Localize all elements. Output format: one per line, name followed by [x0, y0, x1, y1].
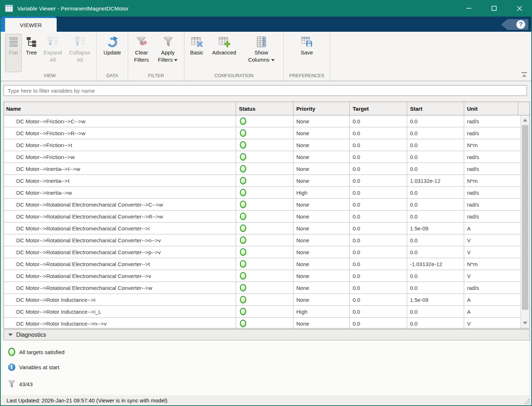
cell-start[interactable]: 0.0 [407, 151, 464, 163]
cell-status[interactable] [236, 187, 293, 198]
cell-start[interactable]: 0.0 [407, 199, 464, 210]
table-row[interactable]: DC Motor-->Rotational Electromechanical … [4, 211, 521, 222]
cell-status[interactable] [236, 199, 293, 210]
cell-priority[interactable]: None [293, 175, 350, 186]
cell-name[interactable]: DC Motor-->Rotational Electromechanical … [4, 222, 236, 234]
cell-target[interactable]: 0.0 [350, 294, 407, 305]
cell-start[interactable]: 1.5e-09 [407, 294, 464, 305]
cell-priority[interactable]: High [293, 306, 350, 317]
cell-unit[interactable]: A [464, 294, 521, 305]
cell-start[interactable]: 0.0 [407, 187, 464, 198]
cell-priority[interactable]: None [293, 211, 350, 222]
show-columns-button[interactable]: Show Columns [241, 34, 281, 72]
cell-status[interactable] [236, 318, 293, 328]
table-row[interactable]: DC Motor-->Rotational Electromechanical … [4, 234, 521, 246]
cell-name[interactable]: DC Motor-->Rotational Electromechanical … [4, 258, 236, 270]
cell-start[interactable]: 0.0 [407, 139, 464, 151]
cell-name[interactable]: DC Motor-->Rotor Inductance-->i [4, 294, 236, 305]
cell-start[interactable]: 0.0 [407, 270, 464, 282]
table-row[interactable]: DC Motor-->Rotor Inductance-->n-->v None… [4, 318, 521, 328]
cell-start[interactable]: 1.03132e-12 [407, 175, 464, 186]
table-row[interactable]: DC Motor-->Rotor Inductance-->i None 0.0… [4, 294, 521, 306]
cell-start[interactable]: 0.0 [407, 234, 464, 246]
flat-button[interactable]: Flat [5, 34, 22, 72]
table-scrollbar[interactable] [520, 115, 529, 328]
cell-target[interactable]: 0.0 [350, 211, 407, 222]
save-button[interactable]: Save [293, 34, 320, 72]
cell-target[interactable]: 0.0 [350, 175, 407, 186]
table-row[interactable]: DC Motor-->Friction-->C-->w None 0.0 0.0… [4, 115, 521, 127]
cell-priority[interactable]: None [293, 270, 350, 282]
cell-priority[interactable]: None [293, 294, 350, 305]
table-row[interactable]: DC Motor-->Rotor Inductance-->i_L High 0… [4, 306, 521, 318]
cell-status[interactable] [236, 234, 293, 246]
table-row[interactable]: DC Motor-->Friction-->R-->w None 0.0 0.0… [4, 127, 521, 139]
cell-name[interactable]: DC Motor-->Rotational Electromechanical … [4, 246, 236, 258]
resize-grip-icon[interactable] [524, 399, 530, 404]
cell-status[interactable] [236, 246, 293, 258]
maximize-button[interactable] [481, 0, 507, 17]
cell-start[interactable]: 0.0 [407, 127, 464, 139]
column-header-target[interactable]: Target [350, 102, 407, 115]
cell-target[interactable]: 0.0 [350, 115, 407, 127]
cell-unit[interactable]: N*m [464, 175, 521, 186]
cell-status[interactable] [236, 151, 293, 163]
table-row[interactable]: DC Motor-->Inertia-->I-->w None 0.0 0.0 … [4, 163, 521, 175]
diagnostics-header[interactable]: Diagnostics [4, 329, 530, 340]
cell-start[interactable]: 0.0 [407, 246, 464, 258]
cell-priority[interactable]: None [293, 222, 350, 234]
cell-status[interactable] [236, 306, 293, 317]
cell-status[interactable] [236, 127, 293, 139]
scroll-down-icon[interactable] [521, 318, 529, 328]
cell-name[interactable]: DC Motor-->Inertia-->w [4, 187, 236, 198]
cell-start[interactable]: 0.0 [407, 318, 464, 328]
cell-unit[interactable]: rad/s [464, 163, 521, 175]
cell-name[interactable]: DC Motor-->Inertia-->I-->w [4, 163, 236, 175]
cell-target[interactable]: 0.0 [350, 318, 407, 328]
cell-priority[interactable]: None [293, 151, 350, 163]
help-button[interactable]: ? [501, 19, 528, 30]
table-row[interactable]: DC Motor-->Rotational Electromechanical … [4, 270, 521, 282]
update-button[interactable]: Update [99, 34, 126, 72]
cell-target[interactable]: 0.0 [350, 246, 407, 258]
scrollbar-thumb[interactable] [522, 125, 528, 310]
expand-all-button[interactable]: Expand All [41, 34, 64, 72]
cell-status[interactable] [236, 270, 293, 282]
cell-name[interactable]: DC Motor-->Rotational Electromechanical … [4, 199, 236, 210]
cell-target[interactable]: 0.0 [350, 282, 407, 294]
cell-target[interactable]: 0.0 [350, 187, 407, 198]
cell-unit[interactable]: rad/s [464, 187, 521, 198]
table-row[interactable]: DC Motor-->Rotational Electromechanical … [4, 222, 521, 234]
cell-priority[interactable]: None [293, 258, 350, 270]
cell-priority[interactable]: None [293, 199, 350, 210]
cell-name[interactable]: DC Motor-->Rotor Inductance-->i_L [4, 306, 236, 317]
cell-unit[interactable]: V [464, 234, 521, 246]
cell-priority[interactable]: None [293, 282, 350, 294]
cell-status[interactable] [236, 222, 293, 234]
column-header-name[interactable]: Name [4, 102, 236, 115]
cell-start[interactable]: 0.0 [407, 306, 464, 317]
tab-viewer[interactable]: VIEWER [1, 17, 57, 32]
cell-unit[interactable]: V [464, 270, 521, 282]
cell-name[interactable]: DC Motor-->Friction-->R-->w [4, 127, 236, 139]
cell-priority[interactable]: None [293, 139, 350, 151]
clear-filters-button[interactable]: Clear Filters [130, 34, 153, 72]
cell-unit[interactable]: N*m [464, 258, 521, 270]
cell-target[interactable]: 0.0 [350, 222, 407, 234]
cell-target[interactable]: 0.0 [350, 306, 407, 317]
table-row[interactable]: DC Motor-->Friction-->w None 0.0 0.0 rad… [4, 151, 521, 163]
cell-status[interactable] [236, 163, 293, 175]
cell-name[interactable]: DC Motor-->Rotational Electromechanical … [4, 282, 236, 294]
cell-status[interactable] [236, 294, 293, 305]
cell-target[interactable]: 0.0 [350, 151, 407, 163]
cell-priority[interactable]: None [293, 163, 350, 175]
table-row[interactable]: DC Motor-->Rotational Electromechanical … [4, 199, 521, 211]
cell-start[interactable]: 0.0 [407, 211, 464, 222]
close-button[interactable] [507, 0, 532, 17]
collapse-all-button[interactable]: Collapse All [65, 34, 94, 72]
cell-status[interactable] [236, 175, 293, 186]
cell-target[interactable]: 0.0 [350, 234, 407, 246]
cell-priority[interactable]: None [293, 234, 350, 246]
collapse-ribbon-icon[interactable] [520, 71, 528, 79]
cell-status[interactable] [236, 258, 293, 270]
